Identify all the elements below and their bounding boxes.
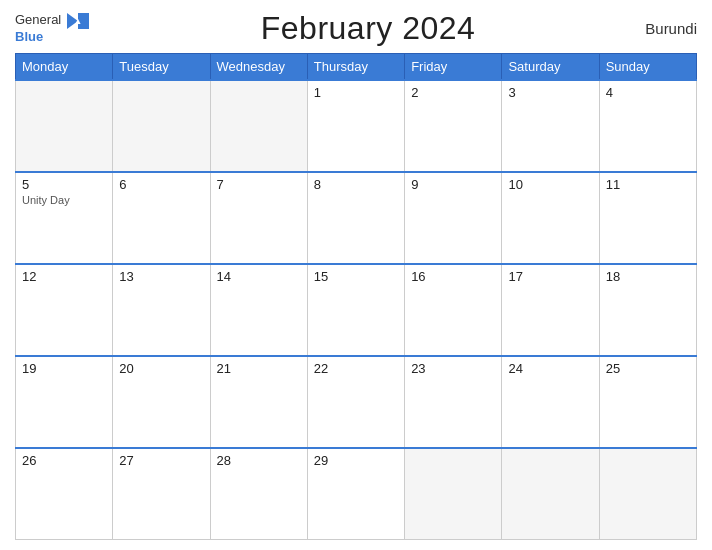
day-number: 11 bbox=[606, 177, 690, 192]
calendar-cell: 18 bbox=[599, 264, 696, 356]
day-number: 19 bbox=[22, 361, 106, 376]
day-number: 14 bbox=[217, 269, 301, 284]
calendar-cell: 6 bbox=[113, 172, 210, 264]
calendar-cell: 26 bbox=[16, 448, 113, 540]
calendar-cell bbox=[405, 448, 502, 540]
day-number: 27 bbox=[119, 453, 203, 468]
calendar-cell: 21 bbox=[210, 356, 307, 448]
day-number: 16 bbox=[411, 269, 495, 284]
day-number: 25 bbox=[606, 361, 690, 376]
calendar-cell: 17 bbox=[502, 264, 599, 356]
day-number: 15 bbox=[314, 269, 398, 284]
calendar-cell: 4 bbox=[599, 80, 696, 172]
day-number: 17 bbox=[508, 269, 592, 284]
day-number: 23 bbox=[411, 361, 495, 376]
calendar-cell: 3 bbox=[502, 80, 599, 172]
calendar-cell: 19 bbox=[16, 356, 113, 448]
calendar-cell bbox=[210, 80, 307, 172]
logo: General ▲ Blue bbox=[15, 12, 91, 44]
day-number: 13 bbox=[119, 269, 203, 284]
calendar-cell bbox=[599, 448, 696, 540]
calendar-cell: 27 bbox=[113, 448, 210, 540]
calendar-cell: 15 bbox=[307, 264, 404, 356]
svg-text:▲: ▲ bbox=[73, 16, 82, 26]
day-number: 9 bbox=[411, 177, 495, 192]
calendar-cell: 16 bbox=[405, 264, 502, 356]
calendar-cell: 14 bbox=[210, 264, 307, 356]
calendar-cell: 12 bbox=[16, 264, 113, 356]
calendar-header: General ▲ Blue February 2024 Burundi bbox=[15, 10, 697, 47]
day-number: 28 bbox=[217, 453, 301, 468]
day-number: 1 bbox=[314, 85, 398, 100]
calendar-week-row: 19202122232425 bbox=[16, 356, 697, 448]
logo-blue: Blue bbox=[15, 29, 91, 45]
calendar-cell: 28 bbox=[210, 448, 307, 540]
logo-text: General ▲ Blue bbox=[15, 12, 91, 44]
day-number: 4 bbox=[606, 85, 690, 100]
calendar-cell: 10 bbox=[502, 172, 599, 264]
col-sunday: Sunday bbox=[599, 54, 696, 81]
day-number: 18 bbox=[606, 269, 690, 284]
day-number: 22 bbox=[314, 361, 398, 376]
calendar-cell: 11 bbox=[599, 172, 696, 264]
calendar-container: General ▲ Blue February 2024 Burundi Mon… bbox=[0, 0, 712, 550]
calendar-cell: 20 bbox=[113, 356, 210, 448]
col-saturday: Saturday bbox=[502, 54, 599, 81]
day-number: 21 bbox=[217, 361, 301, 376]
calendar-cell bbox=[16, 80, 113, 172]
calendar-cell bbox=[113, 80, 210, 172]
holiday-label: Unity Day bbox=[22, 194, 106, 206]
day-number: 26 bbox=[22, 453, 106, 468]
calendar-cell: 2 bbox=[405, 80, 502, 172]
calendar-cell: 13 bbox=[113, 264, 210, 356]
day-number: 24 bbox=[508, 361, 592, 376]
calendar-cell: 8 bbox=[307, 172, 404, 264]
day-number: 3 bbox=[508, 85, 592, 100]
col-thursday: Thursday bbox=[307, 54, 404, 81]
day-number: 20 bbox=[119, 361, 203, 376]
calendar-cell: 23 bbox=[405, 356, 502, 448]
day-number: 10 bbox=[508, 177, 592, 192]
country-label: Burundi bbox=[645, 20, 697, 37]
col-monday: Monday bbox=[16, 54, 113, 81]
calendar-cell: 24 bbox=[502, 356, 599, 448]
col-wednesday: Wednesday bbox=[210, 54, 307, 81]
calendar-cell: 29 bbox=[307, 448, 404, 540]
calendar-week-row: 1234 bbox=[16, 80, 697, 172]
calendar-cell: 25 bbox=[599, 356, 696, 448]
calendar-table: Monday Tuesday Wednesday Thursday Friday… bbox=[15, 53, 697, 540]
calendar-cell: 5Unity Day bbox=[16, 172, 113, 264]
calendar-cell bbox=[502, 448, 599, 540]
day-number: 29 bbox=[314, 453, 398, 468]
calendar-header-row: Monday Tuesday Wednesday Thursday Friday… bbox=[16, 54, 697, 81]
day-number: 7 bbox=[217, 177, 301, 192]
col-friday: Friday bbox=[405, 54, 502, 81]
day-number: 8 bbox=[314, 177, 398, 192]
day-number: 5 bbox=[22, 177, 106, 192]
calendar-cell: 9 bbox=[405, 172, 502, 264]
calendar-cell: 1 bbox=[307, 80, 404, 172]
calendar-cell: 22 bbox=[307, 356, 404, 448]
day-number: 12 bbox=[22, 269, 106, 284]
col-tuesday: Tuesday bbox=[113, 54, 210, 81]
day-number: 6 bbox=[119, 177, 203, 192]
calendar-cell: 7 bbox=[210, 172, 307, 264]
calendar-week-row: 5Unity Day67891011 bbox=[16, 172, 697, 264]
day-number: 2 bbox=[411, 85, 495, 100]
calendar-week-row: 26272829 bbox=[16, 448, 697, 540]
month-title: February 2024 bbox=[261, 10, 476, 47]
calendar-week-row: 12131415161718 bbox=[16, 264, 697, 356]
